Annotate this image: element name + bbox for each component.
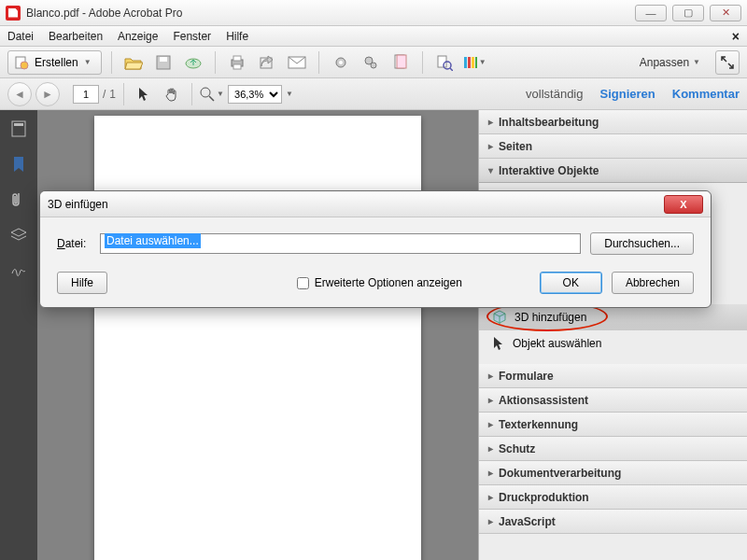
panel-pages[interactable]: ▸Seiten xyxy=(479,134,747,159)
panel-printprod[interactable]: ▸Druckproduktion xyxy=(479,485,747,510)
svg-rect-26 xyxy=(14,123,23,126)
create-label: Erstellen xyxy=(35,56,78,69)
help-button[interactable]: Hilfe xyxy=(57,272,107,294)
minimize-button[interactable]: — xyxy=(635,5,667,21)
chevron-right-icon: ▸ xyxy=(488,371,493,381)
tab-sign[interactable]: Signieren xyxy=(600,87,655,101)
ok-button[interactable]: OK xyxy=(540,272,602,294)
panel-interactive-objects[interactable]: ▾Interaktive Objekte xyxy=(479,159,747,183)
cube-icon xyxy=(492,310,507,325)
cancel-button[interactable]: Abbrechen xyxy=(612,272,694,294)
panel-javascript[interactable]: ▸JavaScript xyxy=(479,510,747,534)
menu-window[interactable]: Fenster xyxy=(173,30,211,43)
open-button[interactable] xyxy=(121,50,146,75)
zoom-select[interactable]: 36,3% xyxy=(228,85,282,104)
share-icon xyxy=(259,54,275,71)
svg-line-24 xyxy=(209,96,214,101)
chevron-right-icon: ▸ xyxy=(488,468,493,478)
toolbar-main: Erstellen ▼ ▼ Anpassen▼ xyxy=(0,47,747,78)
svg-rect-19 xyxy=(464,57,467,68)
dialog-3d-insert: 3D einfügen X Datei: Datei auswählen... … xyxy=(39,190,712,308)
folder-open-icon xyxy=(124,54,143,71)
dialog-titlebar[interactable]: 3D einfügen X xyxy=(40,191,711,217)
signature-icon[interactable] xyxy=(9,261,28,280)
left-sidebar xyxy=(0,110,37,560)
search-button[interactable] xyxy=(432,50,457,75)
cloud-icon xyxy=(184,55,203,70)
svg-point-1 xyxy=(21,62,28,69)
create-icon xyxy=(14,55,29,70)
layers-icon[interactable] xyxy=(9,226,28,245)
menu-edit[interactable]: Bearbeiten xyxy=(49,30,103,43)
document-button[interactable] xyxy=(388,50,413,75)
menubar-close-icon[interactable]: × xyxy=(732,29,740,44)
dialog-title: 3D einfügen xyxy=(48,198,108,211)
expand-icon xyxy=(721,56,734,69)
zoom-icon xyxy=(200,87,215,102)
create-button[interactable]: Erstellen ▼ xyxy=(7,50,102,75)
menu-file[interactable]: Datei xyxy=(7,30,34,43)
chevron-down-icon: ▾ xyxy=(488,165,493,175)
dialog-close-button[interactable]: X xyxy=(664,195,703,214)
gear2-button[interactable] xyxy=(359,50,383,75)
page-input[interactable] xyxy=(73,85,99,104)
save-icon xyxy=(155,54,172,71)
extended-checkbox-input[interactable] xyxy=(297,277,309,289)
maximize-button[interactable]: ▢ xyxy=(672,5,704,21)
print-button[interactable] xyxy=(225,50,249,75)
svg-line-18 xyxy=(450,68,453,71)
share-button[interactable] xyxy=(255,50,279,75)
customize-button[interactable]: Anpassen▼ xyxy=(640,56,700,69)
chevron-right-icon: ▸ xyxy=(488,419,493,429)
gear-button[interactable] xyxy=(329,50,353,75)
prev-page-button[interactable]: ◄ xyxy=(7,82,32,106)
page-total: 1 xyxy=(109,88,116,101)
cloud-button[interactable] xyxy=(181,50,205,75)
panel-forms[interactable]: ▸Formulare xyxy=(479,364,747,388)
item-3d-add[interactable]: 3D hinzufügen xyxy=(479,304,747,330)
tools-pane: ▸Inhaltsbearbeitung ▸Seiten ▾Interaktive… xyxy=(478,110,747,560)
color-button[interactable]: ▼ xyxy=(462,50,486,75)
panel-content-editing[interactable]: ▸Inhaltsbearbeitung xyxy=(479,110,747,134)
thumbnails-icon[interactable] xyxy=(9,119,28,138)
panel-docproc[interactable]: ▸Dokumentverarbeitung xyxy=(479,461,747,485)
tab-voll[interactable]: vollständig xyxy=(526,87,583,101)
gear-small-icon xyxy=(362,54,379,71)
envelope-icon xyxy=(288,56,306,69)
hand-tool[interactable] xyxy=(160,82,184,106)
file-label: Datei: xyxy=(57,237,91,250)
next-page-button[interactable]: ► xyxy=(35,82,60,106)
browse-button[interactable]: Durchsuchen... xyxy=(590,232,694,255)
email-button[interactable] xyxy=(285,50,309,75)
svg-point-13 xyxy=(371,63,376,68)
save-button[interactable] xyxy=(151,50,176,75)
dropdown-icon: ▼ xyxy=(84,58,92,66)
fullscreen-button[interactable] xyxy=(715,50,740,75)
svg-rect-7 xyxy=(233,64,241,69)
extended-options-checkbox[interactable]: Erweiterte Optionen anzeigen xyxy=(297,276,462,289)
gear-icon xyxy=(332,54,349,71)
cursor-icon xyxy=(137,87,150,102)
svg-rect-3 xyxy=(160,57,167,62)
attachment-icon[interactable] xyxy=(9,190,28,209)
bookmark-icon[interactable] xyxy=(9,155,28,174)
menu-view[interactable]: Anzeige xyxy=(118,30,158,43)
select-tool[interactable] xyxy=(132,82,156,106)
file-input[interactable]: Datei auswählen... xyxy=(100,233,581,254)
close-button[interactable]: ✕ xyxy=(710,5,741,21)
panel-security[interactable]: ▸Schutz xyxy=(479,437,747,461)
menubar: Datei Bearbeiten Anzeige Fenster Hilfe × xyxy=(0,26,747,47)
search-icon xyxy=(436,54,453,71)
panel-ocr[interactable]: ▸Texterkennung xyxy=(479,413,747,437)
document-area[interactable] xyxy=(37,110,478,560)
svg-point-11 xyxy=(339,61,343,64)
zoom-tool[interactable]: ▼ xyxy=(200,82,224,106)
chevron-right-icon: ▸ xyxy=(488,395,493,405)
tab-comment[interactable]: Kommentar xyxy=(672,87,740,101)
item-select-object[interactable]: Objekt auswählen xyxy=(479,330,747,357)
panel-actions[interactable]: ▸Aktionsassistent xyxy=(479,388,747,413)
toolbar-nav: ◄ ► / 1 ▼ 36,3% ▼ vollständig Signieren … xyxy=(0,78,747,110)
menu-help[interactable]: Hilfe xyxy=(226,30,248,43)
svg-rect-20 xyxy=(468,57,471,68)
chevron-right-icon: ▸ xyxy=(488,141,493,151)
